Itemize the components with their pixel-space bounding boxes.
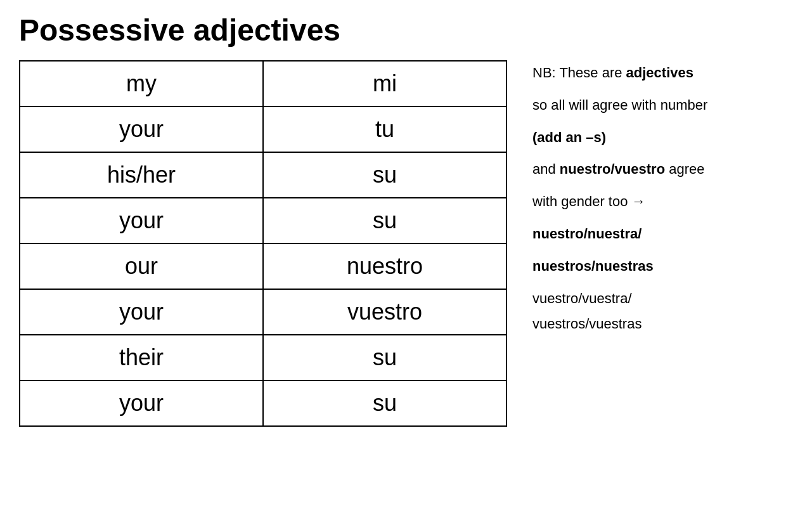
note-line-5: with gender too → [532, 192, 793, 212]
note-line-2: so all will agree with number [532, 96, 793, 115]
table-row: his/hersu [20, 152, 506, 198]
note-nuestro-forms-2: nuestros/nuestras [532, 257, 793, 276]
english-cell: your [20, 107, 263, 152]
english-cell: their [20, 335, 263, 380]
note-adjectives-bold: adjectives [626, 65, 693, 81]
english-cell: our [20, 243, 263, 289]
spanish-cell: tu [263, 107, 506, 152]
note-line-4: and nuestro/vuestro agree [532, 160, 793, 179]
note-line-1: NB: These are adjectives [532, 63, 793, 83]
note-agree-plain: agree [665, 161, 704, 177]
table-row: theirsu [20, 335, 506, 380]
table-row: ournuestro [20, 243, 506, 289]
english-cell: your [20, 380, 263, 426]
spanish-cell: vuestro [263, 289, 506, 335]
extra-forms: vuestro/vuestra/ vuestros/vuestras [532, 289, 793, 335]
page-title: Possessive adjectives [19, 13, 793, 48]
vuestro-forms-1: vuestro/vuestra/ [532, 289, 793, 309]
note-nuestro-vuestro-bold: nuestro/vuestro [560, 161, 665, 177]
english-cell: his/her [20, 152, 263, 198]
notes-panel: NB: These are adjectives so all will agr… [532, 60, 793, 341]
spanish-cell: su [263, 335, 506, 380]
english-cell: your [20, 198, 263, 243]
table-row: yourtu [20, 107, 506, 152]
spanish-cell: nuestro [263, 243, 506, 289]
table-row: yoursu [20, 380, 506, 426]
spanish-cell: su [263, 380, 506, 426]
note-line-3: (add an –s) [532, 128, 793, 148]
table-row: yoursu [20, 198, 506, 243]
possessive-adjectives-table: mymiyourtuhis/hersuyoursuournuestroyourv… [19, 60, 507, 427]
english-cell: my [20, 61, 263, 107]
note-nuestro-forms-1: nuestro/nuestra/ [532, 224, 793, 244]
table-row: mymi [20, 61, 506, 107]
note-add-s-bold: (add an –s) [532, 129, 606, 145]
spanish-cell: su [263, 198, 506, 243]
spanish-cell: su [263, 152, 506, 198]
note-nuestro-forms-1-bold: nuestro/nuestra/ [532, 226, 641, 242]
note-nb-plain: NB: These are [532, 65, 626, 81]
main-content: mymiyourtuhis/hersuyoursuournuestroyourv… [19, 60, 793, 427]
table-row: yourvuestro [20, 289, 506, 335]
spanish-cell: mi [263, 61, 506, 107]
english-cell: your [20, 289, 263, 335]
possessive-adjectives-table-container: mymiyourtuhis/hersuyoursuournuestroyourv… [19, 60, 507, 427]
note-nuestro-forms-2-bold: nuestros/nuestras [532, 258, 654, 274]
note-and-plain: and [532, 161, 560, 177]
vuestro-forms-2: vuestros/vuestras [532, 315, 793, 334]
